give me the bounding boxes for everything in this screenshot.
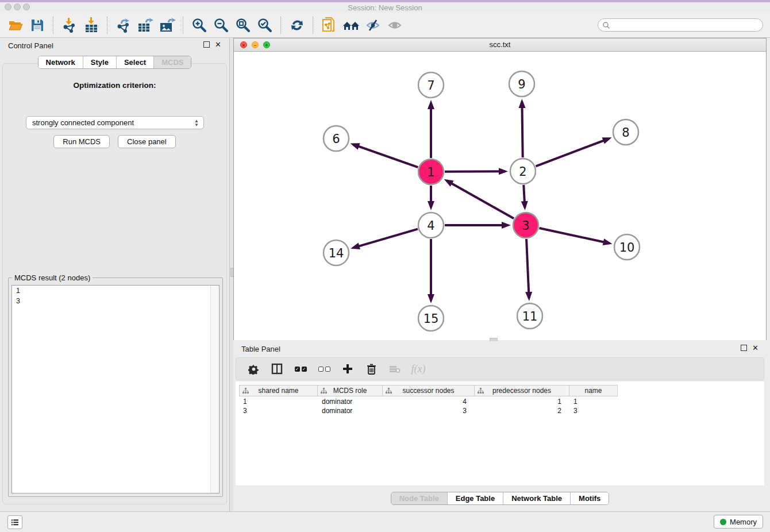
- tab-motifs[interactable]: Motifs: [571, 492, 609, 504]
- zoom-in-icon: [191, 17, 207, 33]
- table-row[interactable]: 3dominator323: [239, 407, 761, 416]
- float-panel-icon[interactable]: [203, 41, 210, 48]
- zoom-out-button[interactable]: [211, 16, 231, 35]
- close-table-panel-icon[interactable]: ✕: [752, 345, 759, 351]
- memory-button[interactable]: Memory: [714, 515, 763, 529]
- tab-network[interactable]: Network: [38, 56, 83, 68]
- delete-table-button[interactable]: [388, 362, 402, 376]
- table-cell[interactable]: 1: [569, 398, 618, 407]
- mcds-result-title: MCDS result (2 nodes): [12, 273, 93, 282]
- graph-edge-3-11[interactable]: [526, 239, 529, 298]
- graph-node-label: 9: [518, 78, 525, 91]
- checked-box-icon: ✓: [295, 367, 300, 372]
- search-box[interactable]: [598, 18, 763, 32]
- graph-edge-2-9[interactable]: [522, 102, 522, 157]
- search-input[interactable]: [610, 20, 763, 31]
- columns-icon: [271, 363, 283, 375]
- column-header-successor-nodes[interactable]: successor nodes: [383, 385, 475, 396]
- export-image-button[interactable]: [157, 16, 177, 35]
- import-table-icon: [83, 17, 99, 33]
- table-cell[interactable]: 3: [383, 407, 475, 416]
- network-window-titlebar[interactable]: × − + scc.txt: [234, 38, 766, 52]
- table-cell[interactable]: dominator: [318, 407, 383, 416]
- show-all-button[interactable]: [385, 16, 405, 35]
- table-tabs: Node Table Edge Table Network Table Moti…: [391, 492, 610, 505]
- graph-edge-1-2[interactable]: [445, 171, 505, 172]
- graph-node-label: 6: [332, 132, 340, 146]
- function-builder-button[interactable]: f(x): [411, 362, 425, 376]
- first-neighbors-button[interactable]: [341, 16, 361, 35]
- column-header-name[interactable]: name: [569, 385, 618, 396]
- table-cell[interactable]: 3: [239, 407, 318, 416]
- zoom-selected-icon: [257, 17, 273, 33]
- memory-status-icon: [720, 519, 726, 525]
- export-network-button[interactable]: [114, 16, 133, 35]
- tab-select[interactable]: Select: [117, 56, 154, 68]
- toolbar-separator: [53, 17, 54, 34]
- zoom-selected-button[interactable]: [255, 16, 275, 35]
- select-all-columns-button[interactable]: ✓ ✓: [294, 362, 307, 376]
- hide-selected-button[interactable]: [363, 16, 383, 35]
- add-column-button[interactable]: [341, 362, 355, 376]
- new-network-from-selection-button[interactable]: [319, 16, 339, 35]
- close-panel-button[interactable]: Close panel: [118, 135, 176, 148]
- graph-edge-3-10[interactable]: [539, 228, 609, 243]
- network-canvas[interactable]: 7968124314101511: [234, 52, 766, 340]
- search-icon: [602, 21, 610, 29]
- column-header-mcds-role[interactable]: MCDS role: [318, 385, 383, 396]
- network-view-window: × − + scc.txt 7968124314101511: [233, 38, 767, 340]
- graph-node-label: 15: [424, 312, 439, 326]
- column-header-predecessor-nodes[interactable]: predecessor nodes: [475, 385, 569, 396]
- optimization-criterion-select[interactable]: strongly connected component ▲▼: [26, 116, 204, 129]
- zoom-in-button[interactable]: [190, 16, 209, 35]
- column-header-shared-name[interactable]: shared name: [239, 385, 318, 396]
- table-cell[interactable]: 1: [239, 398, 318, 407]
- table-body[interactable]: 1dominator4113dominator323: [239, 398, 761, 416]
- import-table-button[interactable]: [82, 16, 101, 35]
- app-title: Session: New Session: [0, 3, 770, 12]
- table-cell[interactable]: 4: [383, 398, 475, 407]
- table-cell[interactable]: 2: [475, 407, 569, 416]
- table-cell[interactable]: 1: [475, 398, 569, 407]
- fx-icon: f(x): [411, 363, 426, 375]
- delete-column-button[interactable]: [364, 362, 378, 376]
- run-mcds-button[interactable]: Run MCDS: [53, 135, 110, 148]
- table-cell[interactable]: 3: [569, 407, 618, 416]
- close-panel-icon[interactable]: ✕: [215, 41, 221, 48]
- hide-selected-icon: [365, 18, 381, 33]
- deselect-all-columns-button[interactable]: [317, 362, 331, 376]
- graph-edge-2-8[interactable]: [536, 138, 609, 166]
- graph-edge-2-3[interactable]: [523, 185, 525, 207]
- mcds-result-list[interactable]: 13: [11, 285, 220, 494]
- tab-network-table[interactable]: Network Table: [503, 492, 571, 504]
- table-cell[interactable]: dominator: [318, 398, 383, 407]
- tab-mcds[interactable]: MCDS: [154, 56, 191, 68]
- export-table-button[interactable]: [136, 16, 155, 35]
- task-history-button[interactable]: [7, 515, 22, 529]
- column-manager-button[interactable]: [270, 362, 284, 376]
- float-table-panel-icon[interactable]: [741, 345, 747, 351]
- result-scrollbar[interactable]: [210, 286, 219, 493]
- open-session-button[interactable]: [6, 16, 25, 35]
- memory-label: Memory: [730, 518, 757, 526]
- result-item[interactable]: 1: [12, 286, 219, 296]
- tab-style[interactable]: Style: [83, 56, 117, 68]
- graph-edge-1-6[interactable]: [353, 144, 418, 167]
- save-session-button[interactable]: [28, 16, 47, 35]
- toolbar-separator: [313, 17, 314, 34]
- graph-edge-3-1[interactable]: [446, 180, 514, 218]
- graph-edge-4-14[interactable]: [353, 229, 418, 248]
- result-item[interactable]: 3: [12, 296, 219, 306]
- tab-edge-table[interactable]: Edge Table: [448, 492, 503, 504]
- unchecked-box-icon: [325, 367, 330, 372]
- application-window: Session: New Session: [0, 0, 770, 532]
- zoom-fit-button[interactable]: [233, 16, 253, 35]
- trash-icon: [367, 364, 376, 375]
- node-table[interactable]: shared name MCDS role successor nodes pr…: [236, 381, 764, 485]
- refresh-view-button[interactable]: [287, 16, 307, 35]
- table-panel-title: Table Panel: [241, 345, 280, 353]
- table-settings-button[interactable]: [247, 362, 260, 376]
- tab-node-table[interactable]: Node Table: [391, 492, 448, 504]
- import-network-button[interactable]: [60, 16, 79, 35]
- table-row[interactable]: 1dominator411: [239, 398, 761, 407]
